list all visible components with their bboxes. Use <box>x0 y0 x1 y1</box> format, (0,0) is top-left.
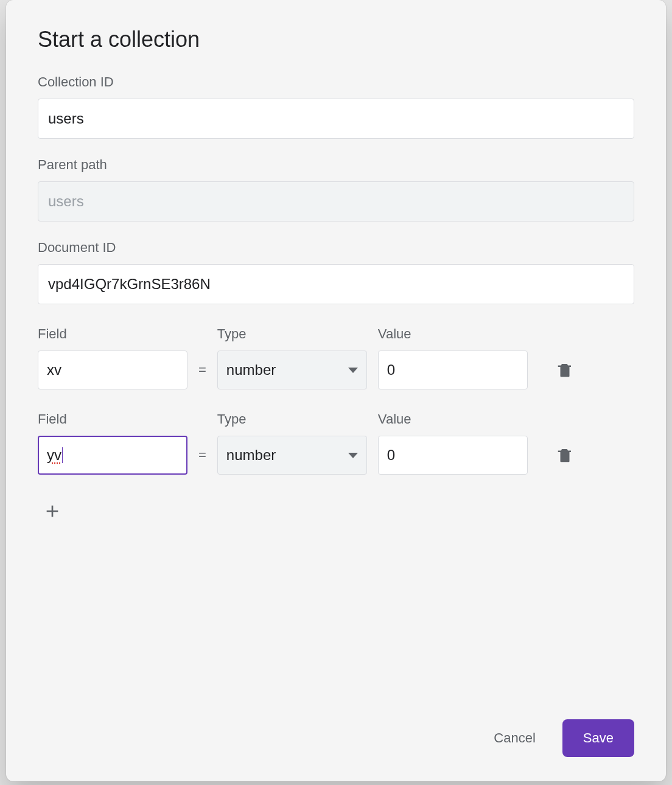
document-id-label: Document ID <box>38 240 634 256</box>
add-field-button[interactable] <box>38 497 67 526</box>
type-column-label: Type <box>217 411 367 427</box>
cancel-button[interactable]: Cancel <box>488 722 541 755</box>
collection-id-label: Collection ID <box>38 74 634 90</box>
document-id-group: Document ID <box>38 240 634 304</box>
parent-path-input <box>38 181 634 222</box>
save-button[interactable]: Save <box>562 719 634 757</box>
start-collection-dialog: Start a collection Collection ID Parent … <box>6 0 666 781</box>
field-type-select[interactable]: number <box>217 351 367 389</box>
collection-id-group: Collection ID <box>38 74 634 139</box>
equals-sign: = <box>198 351 206 389</box>
value-column-label: Value <box>378 411 528 427</box>
trash-icon[interactable] <box>556 360 574 380</box>
type-column-label: Type <box>217 326 367 342</box>
field-type-value: number <box>226 447 276 464</box>
equals-sign: = <box>198 436 206 475</box>
field-type-value: number <box>226 361 276 379</box>
field-name-input[interactable] <box>38 351 187 389</box>
document-id-input[interactable] <box>38 264 634 304</box>
plus-icon <box>43 501 62 521</box>
field-column-label: Field <box>38 411 187 427</box>
value-column-label: Value <box>378 326 528 342</box>
field-value-input[interactable] <box>378 351 528 389</box>
chevron-down-icon <box>348 453 358 458</box>
collection-id-input[interactable] <box>38 99 634 139</box>
dialog-title: Start a collection <box>38 27 634 52</box>
parent-path-group: Parent path <box>38 157 634 222</box>
field-type-select[interactable]: number <box>217 436 367 475</box>
document-fields: Field = Type number Value <box>38 326 634 526</box>
text-caret <box>62 447 63 463</box>
trash-icon[interactable] <box>556 445 574 466</box>
field-column-label: Field <box>38 326 187 342</box>
field-row: Field = Type number Value <box>38 326 634 389</box>
field-row: Field yv = Type number Value <box>38 411 634 475</box>
dialog-actions: Cancel Save <box>38 719 634 757</box>
chevron-down-icon <box>348 368 358 373</box>
field-value-input[interactable] <box>378 436 528 475</box>
field-name-input[interactable]: yv <box>38 436 187 475</box>
parent-path-label: Parent path <box>38 157 634 173</box>
